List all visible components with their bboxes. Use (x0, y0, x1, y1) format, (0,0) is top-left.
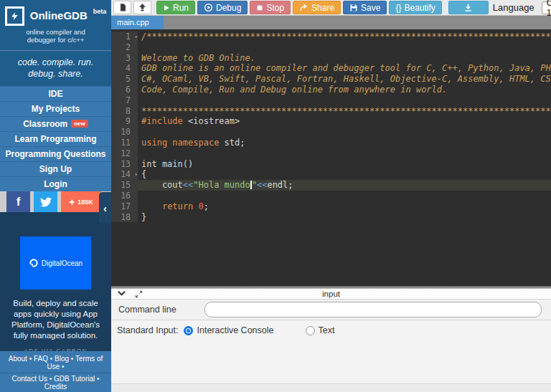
line-number: 17 (111, 201, 138, 212)
code-line[interactable]: 17 return 0; (111, 201, 551, 212)
chevron-left-icon: ‹ (103, 202, 107, 214)
line-number: 13 (111, 159, 138, 170)
logo[interactable]: OnlineGDB beta (0, 0, 111, 27)
code-text: Code, Compile, Run and Debug online from… (138, 85, 551, 95)
sidebar-item-login[interactable]: Login (0, 176, 111, 191)
code-text (138, 42, 551, 53)
code-line[interactable]: 8***************************************… (111, 106, 551, 117)
editor-tab-bar: main.cpp (111, 16, 551, 29)
new-file-button[interactable] (113, 1, 131, 14)
line-number: 14▾ (111, 169, 138, 180)
footer-link-line[interactable]: About • FAQ • Blog • Terms of Use • (0, 353, 111, 373)
code-text: /***************************************… (138, 32, 551, 42)
save-button[interactable]: Save (343, 1, 387, 14)
carbon-ad[interactable]: DigitalOcean Build, deploy and scale app… (0, 212, 111, 351)
code-text: { (138, 169, 551, 180)
code-text: GDB online is an online compiler and deb… (138, 63, 551, 74)
sidebar-footer: About • FAQ • Blog • Terms of Use •Conta… (0, 351, 111, 392)
code-line[interactable]: 6Code, Compile, Run and Debug online fro… (111, 85, 551, 95)
code-line[interactable]: 10 (111, 127, 551, 138)
code-text: using namespace std; (138, 138, 551, 148)
line-number: 5 (111, 74, 138, 85)
code-line[interactable]: 15 cout<<"Hola mundo"<<endl; (111, 180, 551, 191)
download-icon (463, 3, 473, 12)
tab-main-cpp[interactable]: main.cpp (111, 16, 164, 29)
sidebar-item-label: IDE (48, 89, 62, 99)
code-text (138, 148, 551, 159)
sidebar-item-ide[interactable]: IDE (0, 86, 111, 101)
stop-button[interactable]: Stop (250, 1, 291, 14)
line-number: 4 (111, 63, 138, 74)
code-line[interactable]: 3Welcome to GDB Online. (111, 53, 551, 64)
sidebar-item-label: Sign Up (39, 164, 72, 174)
panel-expand-button[interactable] (135, 290, 143, 298)
command-line-row: Command line (111, 300, 551, 320)
social-buttons: f + 185K (0, 191, 111, 212)
digitalocean-ad-image[interactable]: DigitalOcean (20, 236, 91, 290)
code-editor[interactable]: 1▾/*************************************… (111, 29, 551, 286)
facebook-button[interactable]: f (6, 191, 30, 212)
code-line[interactable]: 18} (111, 212, 551, 223)
code-text: #include <iostream> (138, 116, 551, 127)
debug-circle-play-icon (204, 3, 213, 12)
twitter-button[interactable] (34, 191, 57, 212)
download-button[interactable] (448, 1, 489, 14)
debug-button[interactable]: Debug (197, 1, 248, 14)
beta-badge: beta (93, 6, 107, 16)
beautify-button[interactable]: {} Beautify (389, 1, 441, 14)
line-number: 1▾ (111, 32, 138, 42)
code-line[interactable]: 14▾{ (111, 169, 551, 180)
run-button[interactable]: Run (156, 1, 195, 14)
save-floppy-icon (349, 4, 358, 12)
sidebar-item-learn-programming[interactable]: Learn Programming (0, 131, 111, 146)
code-line[interactable]: 4GDB online is an online compiler and de… (111, 63, 551, 74)
code-line[interactable]: 13int main() (111, 159, 551, 170)
sidebar-collapse-button[interactable]: ‹ (99, 192, 111, 224)
command-line-input[interactable] (204, 302, 542, 317)
footer-links: About • FAQ • Blog • Terms of Use •Conta… (0, 353, 111, 392)
code-line[interactable]: 12 (111, 148, 551, 159)
code-text: cout<<"Hola mundo"<<endl; (138, 180, 551, 191)
sidebar-item-programming-questions[interactable]: Programming Questions (0, 146, 111, 161)
code-line[interactable]: 9#include <iostream> (111, 116, 551, 127)
stdin-option-text[interactable]: Text (306, 325, 335, 335)
stdin-option-interactive-console[interactable]: Interactive Console (184, 325, 273, 335)
code-line[interactable]: 5C#, OCaml, VB, Swift, Pascal, Fortran, … (111, 74, 551, 85)
footer-link-line[interactable]: Contact Us • GDB Tutorial • Credits (0, 373, 111, 392)
stdin-options: Interactive ConsoleText (178, 325, 334, 335)
code-line[interactable]: 2 (111, 42, 551, 53)
fold-arrow-icon[interactable]: ▾ (134, 32, 138, 43)
line-number: 8 (111, 106, 138, 117)
input-panel: input Command line Standard Input: Inter… (111, 286, 551, 392)
share-button[interactable]: Share (293, 1, 341, 14)
share-icon (299, 3, 309, 12)
upload-project-button[interactable] (133, 1, 151, 14)
digitalocean-logo-icon (29, 258, 39, 268)
radio-button[interactable] (184, 326, 193, 335)
line-number: 10 (111, 127, 138, 138)
code-text: return 0; (138, 201, 551, 212)
sidebar-item-sign-up[interactable]: Sign Up (0, 161, 111, 176)
code-line[interactable]: 11using namespace std; (111, 138, 551, 148)
sidebar-item-classroom[interactable]: Classroomnew (0, 116, 111, 131)
sidebar-item-my-projects[interactable]: My Projects (0, 101, 111, 116)
code-text: } (138, 212, 551, 223)
panel-title: input (111, 290, 551, 298)
follow-count: 185K (77, 199, 93, 206)
standard-input-row: Standard Input: Interactive ConsoleText (111, 320, 551, 340)
sidebar-item-label: Programming Questions (5, 149, 105, 159)
upload-arrow-icon (138, 3, 147, 12)
code-line[interactable]: 16 (111, 191, 551, 201)
ad-text[interactable]: Build, deploy and scale apps quickly usi… (8, 298, 103, 341)
facebook-icon: f (17, 195, 21, 209)
code-line[interactable]: 1▾/*************************************… (111, 32, 551, 42)
fold-arrow-icon[interactable]: ▾ (134, 170, 138, 181)
code-text: int main() (138, 159, 551, 170)
braces-icon: {} (395, 3, 401, 13)
language-select[interactable]: C++ 17 ▲▼ (542, 1, 551, 14)
follow-count-button[interactable]: + 185K (61, 191, 101, 212)
code-line[interactable]: 7 (111, 95, 551, 106)
radio-button[interactable] (306, 326, 315, 335)
panel-collapse-button[interactable] (118, 290, 126, 298)
logo-title: OnlineGDB (30, 6, 88, 25)
